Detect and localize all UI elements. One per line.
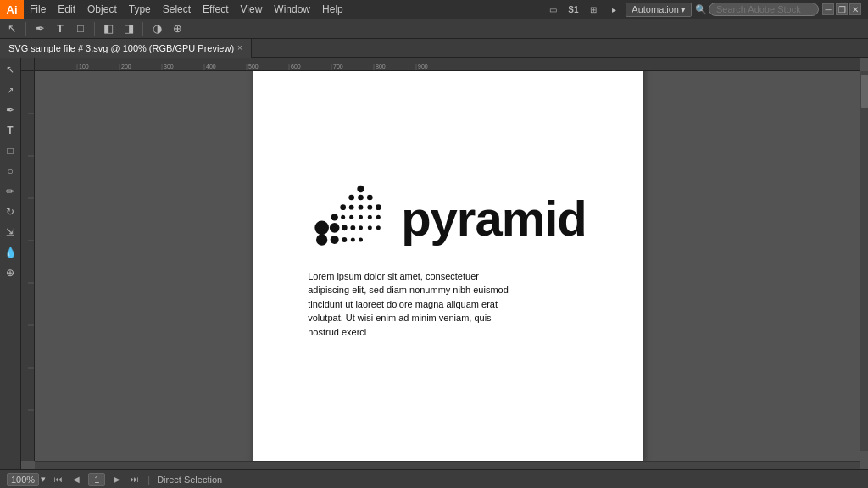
svg-point-37 — [331, 214, 338, 220]
svg-point-28 — [358, 186, 364, 192]
restore-button[interactable]: ❐ — [836, 3, 848, 15]
toolbar-sep-1 — [25, 22, 26, 36]
tool-scale[interactable]: ⇲ — [2, 224, 19, 241]
tool-text[interactable]: T — [2, 122, 19, 139]
menu-view[interactable]: View — [235, 0, 269, 19]
close-button[interactable]: ✕ — [849, 3, 861, 15]
svg-point-42 — [376, 215, 381, 219]
active-tab[interactable]: SVG sample file # 3.svg @ 100% (RGB/GPU … — [0, 39, 252, 58]
shape-tool[interactable]: □ — [72, 20, 89, 37]
page-next[interactable]: ▶ — [112, 474, 122, 484]
layout-icon-3[interactable]: ⊞ — [585, 1, 602, 18]
logo-top-row: pyramid — [308, 176, 587, 261]
menu-bar: Ai File Edit Object Type Select Effect V… — [0, 0, 868, 19]
svg-point-30 — [358, 194, 364, 200]
logo-container: pyramid Lorem ipsum dolor sit amet, cons… — [308, 176, 587, 340]
gradient-tool[interactable]: ◑ — [148, 20, 165, 37]
search-input[interactable] — [709, 3, 819, 16]
canvas-area: 100 200 300 400 500 600 700 800 — [21, 58, 868, 469]
stroke-tool[interactable]: ◨ — [120, 20, 137, 37]
layout-icon-4[interactable]: ▸ — [605, 1, 622, 18]
tool-rect[interactable]: □ — [2, 142, 19, 159]
tool-pen[interactable]: ✒ — [2, 102, 19, 119]
svg-point-39 — [349, 215, 353, 219]
tool-eyedrop[interactable]: 💧 — [2, 244, 19, 261]
svg-text:400: 400 — [206, 64, 216, 69]
logo-wordmark: pyramid — [401, 190, 587, 247]
pen-tool[interactable]: ✒ — [31, 20, 48, 37]
menu-file[interactable]: File — [24, 0, 52, 19]
menu-effect[interactable]: Effect — [197, 0, 234, 19]
menu-items: File Edit Object Type Select Effect View… — [24, 0, 544, 19]
menu-window[interactable]: Window — [268, 0, 316, 19]
minimize-button[interactable]: ─ — [822, 3, 834, 15]
tool-direct[interactable]: ↗ — [2, 81, 19, 98]
layout-icon-1[interactable]: ▭ — [544, 1, 561, 18]
pyramid-dot-logo — [308, 176, 392, 261]
toolbar: ↖ ✒ T □ ◧ ◨ ◑ ⊕ — [0, 19, 868, 39]
svg-point-38 — [341, 215, 345, 219]
svg-point-29 — [349, 194, 355, 200]
tool-arrow[interactable]: ↖ — [2, 61, 19, 78]
artboard: pyramid Lorem ipsum dolor sit amet, cons… — [253, 71, 643, 461]
status-separator: | — [147, 474, 150, 485]
toolbar-sep-2 — [94, 22, 95, 36]
toolbar-sep-3 — [142, 22, 143, 36]
zoom-section: 100% ▾ — [7, 473, 46, 486]
automation-button[interactable]: Automation ▾ — [626, 3, 692, 17]
svg-text:600: 600 — [291, 64, 301, 69]
ai-logo: Ai — [0, 0, 24, 19]
tool-brush[interactable]: ✏ — [2, 183, 19, 200]
svg-point-34 — [359, 205, 364, 210]
menu-object[interactable]: Object — [81, 0, 123, 19]
tool-zoom[interactable]: ⊕ — [2, 264, 19, 281]
svg-text:500: 500 — [248, 64, 259, 69]
vertical-scrollbar[interactable] — [860, 71, 868, 451]
svg-text:900: 900 — [418, 64, 428, 69]
page-prev-prev[interactable]: ⏮ — [53, 474, 64, 484]
menu-edit[interactable]: Edit — [52, 0, 81, 19]
zoom-tool[interactable]: ⊕ — [169, 20, 186, 37]
zoom-dropdown-icon[interactable]: ▾ — [41, 474, 46, 485]
svg-point-47 — [359, 225, 363, 230]
fill-tool[interactable]: ◧ — [100, 20, 117, 37]
vertical-scroll-thumb[interactable] — [861, 75, 868, 108]
svg-point-51 — [331, 236, 339, 244]
menu-help[interactable]: Help — [316, 0, 349, 19]
tool-ellipse[interactable]: ○ — [2, 163, 19, 180]
tool-rotate[interactable]: ↻ — [2, 203, 19, 220]
svg-point-52 — [342, 237, 348, 242]
menu-type[interactable]: Type — [123, 0, 157, 19]
page-prev[interactable]: ◀ — [71, 474, 81, 484]
ruler-top: 100 200 300 400 500 600 700 800 — [35, 58, 860, 71]
logo-description: Lorem ipsum dolor sit amet, consectetuer… — [308, 269, 511, 340]
menu-select[interactable]: Select — [157, 0, 197, 19]
tab-bar: SVG sample file # 3.svg @ 100% (RGB/GPU … — [0, 39, 868, 58]
svg-point-31 — [367, 194, 373, 200]
svg-point-54 — [359, 237, 363, 241]
artboard-number[interactable]: 1 — [88, 473, 105, 486]
svg-text:200: 200 — [121, 64, 131, 69]
svg-text:100: 100 — [79, 64, 89, 69]
tab-close-button[interactable]: × — [237, 43, 242, 53]
svg-point-46 — [351, 225, 356, 230]
svg-point-44 — [330, 223, 340, 233]
layout-icon-2[interactable]: S1 — [565, 1, 581, 18]
zoom-value[interactable]: 100% — [7, 473, 39, 486]
page-next-next[interactable]: ⏭ — [129, 474, 141, 484]
svg-point-45 — [342, 225, 348, 230]
svg-point-36 — [376, 204, 381, 210]
svg-point-41 — [368, 215, 372, 219]
svg-point-43 — [315, 220, 330, 235]
svg-point-40 — [359, 215, 363, 219]
text-tool[interactable]: T — [52, 20, 69, 37]
svg-text:700: 700 — [333, 64, 343, 69]
status-bar: 100% ▾ ⏮ ◀ 1 ▶ ⏭ | Direct Selection — [0, 469, 868, 488]
svg-text:300: 300 — [164, 64, 174, 69]
svg-point-53 — [351, 237, 355, 241]
ruler-left — [21, 71, 35, 461]
horizontal-scrollbar[interactable] — [35, 461, 860, 469]
select-tool[interactable]: ↖ — [3, 20, 20, 37]
main-area: ↖ ↗ ✒ T □ ○ ✏ ↻ ⇲ 💧 ⊕ 100 200 — [0, 58, 868, 469]
svg-point-33 — [349, 205, 354, 210]
